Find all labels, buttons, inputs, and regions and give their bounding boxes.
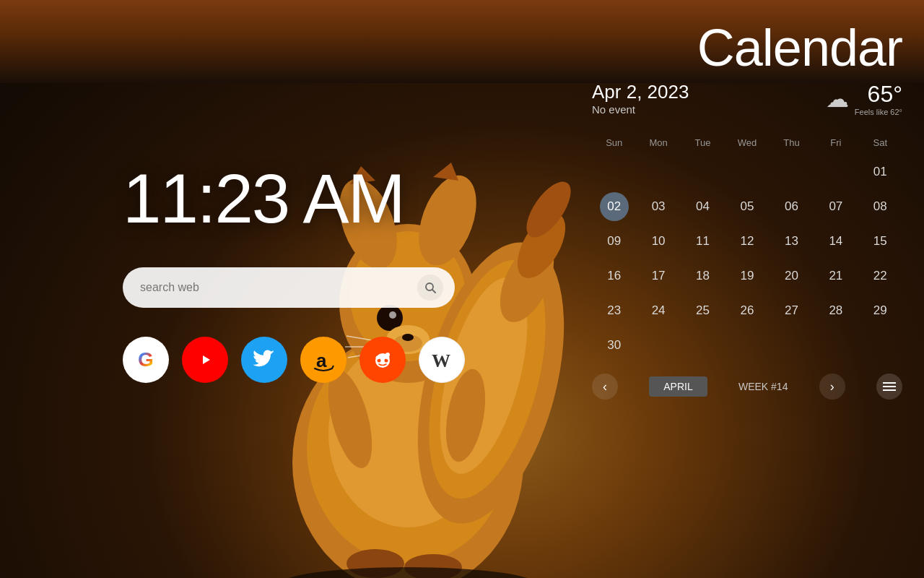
calendar-day <box>821 331 850 360</box>
calendar-day[interactable]: 12 <box>733 227 762 256</box>
search-input[interactable] <box>140 281 411 294</box>
search-bar-wrapper <box>123 267 455 308</box>
left-panel: 11:23 AM G <box>0 0 570 578</box>
right-panel: Calendar Apr 2, 2023 No event ☁ 65° Feel… <box>570 0 924 578</box>
calendar-day <box>733 331 762 360</box>
shortcut-google[interactable]: G <box>123 337 169 383</box>
calendar-grid: Sun Mon Tue Wed Thu Fri Sat 010203040506… <box>592 134 902 362</box>
calendar-day[interactable]: 19 <box>733 262 762 290</box>
svg-text:W: W <box>432 350 450 371</box>
calendar-day <box>644 158 673 186</box>
calendar-day[interactable]: 15 <box>866 227 894 256</box>
svg-line-32 <box>432 290 435 293</box>
svg-point-44 <box>386 356 390 360</box>
calendar-day[interactable]: 26 <box>733 296 762 325</box>
shortcut-twitter[interactable] <box>241 337 287 383</box>
calendar-day[interactable]: 23 <box>600 296 629 325</box>
shortcut-wikipedia[interactable]: W <box>419 337 465 383</box>
calendar-day[interactable]: 11 <box>689 227 718 256</box>
calendar-day[interactable]: 21 <box>821 262 850 290</box>
calendar-day[interactable]: 28 <box>821 296 850 325</box>
calendar-day[interactable]: 07 <box>821 192 850 221</box>
calendar-day[interactable]: 16 <box>600 262 629 290</box>
amazon-icon: a <box>310 347 336 373</box>
shortcuts-row: G a <box>123 337 465 383</box>
shortcut-reddit[interactable] <box>359 337 406 383</box>
calendar-menu-button[interactable] <box>876 374 902 400</box>
dow-sun: Sun <box>592 134 636 151</box>
calendar-day[interactable]: 10 <box>644 227 673 256</box>
dow-mon: Mon <box>636 134 680 151</box>
calendar-day[interactable]: 30 <box>600 331 629 360</box>
calendar-day <box>777 331 806 360</box>
cloud-icon: ☁ <box>826 85 849 113</box>
calendar-day[interactable]: 05 <box>733 192 762 221</box>
svg-text:a: a <box>316 350 327 371</box>
calendar-info-row: Apr 2, 2023 No event ☁ 65° Feels like 62… <box>592 81 902 130</box>
calendar-day <box>689 331 718 360</box>
calendar-day[interactable]: 17 <box>644 262 673 290</box>
shortcut-amazon[interactable]: a <box>300 337 346 383</box>
weather-temp: 65° Feels like 62° <box>855 81 902 116</box>
calendar-day[interactable]: 01 <box>866 158 894 186</box>
feels-like-display: Feels like 62° <box>855 108 902 116</box>
dow-thu: Thu <box>770 134 814 151</box>
calendar-day[interactable]: 14 <box>821 227 850 256</box>
calendar-day <box>821 158 850 186</box>
calendar-day[interactable]: 02 <box>600 192 629 221</box>
calendar-date: Apr 2, 2023 <box>592 81 689 103</box>
no-event-label: No event <box>592 103 689 116</box>
search-bar[interactable] <box>123 267 455 308</box>
calendar-day[interactable]: 20 <box>777 262 806 290</box>
dow-sat: Sat <box>858 134 902 151</box>
svg-line-36 <box>332 366 334 368</box>
calendar-day[interactable]: 06 <box>777 192 806 221</box>
dow-wed: Wed <box>725 134 769 151</box>
calendar-day[interactable]: 09 <box>600 227 629 256</box>
calendar-footer: ‹ APRIL WEEK #14 › <box>592 374 902 400</box>
calendar-day <box>777 158 806 186</box>
weather-widget: ☁ 65° Feels like 62° <box>826 81 902 116</box>
calendar-day[interactable]: 18 <box>689 262 718 290</box>
svg-point-43 <box>376 356 380 360</box>
calendar-day[interactable]: 22 <box>866 262 894 290</box>
month-label[interactable]: APRIL <box>649 376 707 397</box>
search-icon <box>424 282 436 293</box>
search-button[interactable] <box>417 275 443 301</box>
clock-display: 11:23 AM <box>123 159 404 238</box>
temperature-display: 65° <box>855 81 902 108</box>
wikipedia-icon: W <box>429 347 455 373</box>
calendar-day <box>689 158 718 186</box>
calendar-day[interactable]: 29 <box>866 296 894 325</box>
twitter-icon <box>253 350 276 370</box>
calendar-day[interactable]: 08 <box>866 192 894 221</box>
reddit-icon <box>369 346 396 374</box>
calendar-day[interactable]: 04 <box>689 192 718 221</box>
calendar-day[interactable]: 03 <box>644 192 673 221</box>
calendar-day[interactable]: 25 <box>689 296 718 325</box>
dow-fri: Fri <box>814 134 858 151</box>
shortcut-youtube[interactable] <box>182 337 228 383</box>
calendar-title: Calendar <box>592 14 902 74</box>
calendar-day <box>600 158 629 186</box>
youtube-icon <box>193 352 217 368</box>
week-label: WEEK #14 <box>738 381 788 392</box>
dow-tue: Tue <box>681 134 725 151</box>
next-month-button[interactable]: › <box>819 374 845 400</box>
prev-month-button[interactable]: ‹ <box>592 374 618 400</box>
menu-icon <box>883 381 896 392</box>
calendar-day[interactable]: 13 <box>777 227 806 256</box>
calendar-day <box>733 158 762 186</box>
calendar-day <box>866 331 894 360</box>
calendar-body: 0102030405060708091011121314151617181920… <box>592 155 902 362</box>
calendar-day <box>644 331 673 360</box>
calendar-day[interactable]: 24 <box>644 296 673 325</box>
calendar-day[interactable]: 27 <box>777 296 806 325</box>
calendar-header: Sun Mon Tue Wed Thu Fri Sat <box>592 134 902 151</box>
